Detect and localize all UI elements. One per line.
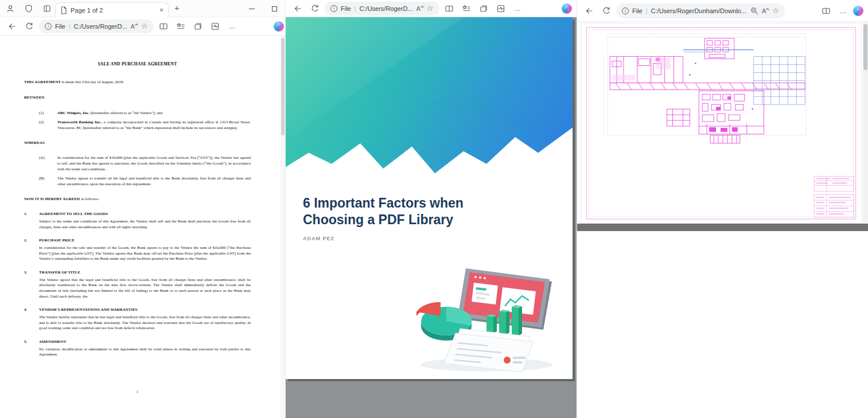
tab-title: Page 1 of 2: [71, 7, 156, 14]
split-screen-icon[interactable]: [442, 1, 457, 16]
copilot-icon[interactable]: [562, 3, 572, 14]
profile-icon[interactable]: [6, 4, 15, 13]
split-screen-icon[interactable]: [156, 19, 171, 34]
scrollbar[interactable]: [863, 22, 868, 224]
parties-list: (1) ABC Widgets, Inc. (hereinafter refer…: [24, 111, 251, 131]
address-scheme: File: [55, 23, 65, 30]
party-item: (2) Transworld Banking Inc., a company i…: [39, 120, 251, 131]
document-title: SALE AND PURCHASE AGREEMENT: [24, 61, 251, 67]
section-4: 4. VENDOR’S REPRESENTATIONS AND WARRANTI…: [24, 307, 251, 331]
minimize-button[interactable]: [249, 9, 255, 9]
section-5: 5. AMENDMENT No variation, modification …: [24, 339, 251, 358]
info-icon[interactable]: i: [330, 5, 337, 12]
pdf-viewer-left: SALE AND PURCHASE AGREEMENT THIS AGREEME…: [0, 36, 285, 418]
close-tab-icon[interactable]: ×: [159, 7, 164, 14]
address-bar[interactable]: i File | C:/Users/RogerD... A ☆: [325, 2, 439, 15]
address-bar[interactable]: i File | C:/Users/RogerDunham/Downlo... …: [616, 3, 785, 18]
cad-drawing-page: [581, 23, 862, 224]
back-button[interactable]: [290, 1, 305, 16]
address-path[interactable]: C:/Users/RogerD...: [360, 5, 413, 12]
more-button[interactable]: …: [836, 3, 851, 18]
refresh-button[interactable]: [308, 1, 322, 16]
copilot-icon[interactable]: [274, 21, 284, 32]
address-divider: |: [646, 7, 648, 14]
whereas-label: WHEREAS: [24, 140, 251, 146]
refresh-button[interactable]: [599, 3, 614, 18]
agreement-page: SALE AND PURCHASE AGREEMENT THIS AGREEME…: [0, 36, 285, 394]
read-aloud-icon[interactable]: A: [131, 23, 138, 30]
more-button[interactable]: …: [511, 1, 526, 16]
address-divider: |: [69, 23, 71, 30]
favorite-star-icon[interactable]: ☆: [772, 7, 779, 14]
recital-item: (B) The Vendor agrees to transfer all hi…: [39, 176, 251, 187]
scrollbar-thumb[interactable]: [281, 38, 285, 135]
info-icon[interactable]: i: [45, 23, 52, 30]
section-2: 2. PURCHASE PRICE In consideration for t…: [24, 238, 251, 262]
cad-floor-plan: [581, 24, 861, 223]
agreed-paragraph: NOW IT IS HEREBY AGREED as follows:-: [24, 197, 251, 202]
pdf-cover-page: 6 Important Factors when Choosing a PDF …: [286, 17, 573, 379]
right-navbar: i File | C:/Users/RogerDunham/Downlo... …: [577, 0, 868, 22]
tracking-prevention-icon[interactable]: [24, 4, 33, 13]
intro-paragraph: THIS AGREEMENT is made this 23rd day of …: [24, 80, 251, 85]
cover-author: ADAM PEZ: [303, 236, 334, 241]
page-number: 1: [24, 389, 251, 395]
favorite-star-icon[interactable]: ☆: [141, 22, 148, 30]
favorites-icon[interactable]: [459, 1, 474, 16]
collections-icon[interactable]: [476, 1, 491, 16]
viewer-background-strip: [577, 224, 868, 231]
cover-hero-graphic: [286, 17, 573, 175]
vertical-tabs-icon[interactable]: [42, 4, 52, 13]
new-tab-button[interactable]: +: [174, 3, 180, 13]
section-1: 1. AGREEMENT TO SELL THE GOODS Subject t…: [24, 212, 251, 230]
maximize-button[interactable]: [272, 6, 277, 11]
address-scheme: File: [341, 5, 351, 12]
scrollbar-thumb[interactable]: [863, 24, 867, 70]
address-path[interactable]: C:/Users/RogerDunham/Downlo...: [651, 7, 746, 14]
read-aloud-icon[interactable]: A: [762, 7, 769, 14]
middle-navbar: i File | C:/Users/RogerD... A ☆ …: [286, 0, 577, 17]
back-button[interactable]: [582, 3, 597, 18]
zoom-icon[interactable]: [750, 6, 758, 15]
recitals-list: (A) In consideration for the sum of $10,…: [24, 155, 251, 187]
browser-essentials-icon[interactable]: [493, 1, 508, 16]
address-divider: |: [355, 5, 356, 12]
info-icon[interactable]: i: [622, 7, 629, 14]
left-browser-window: Page 1 of 2 × + i File | C:/Users/RogerD…: [0, 0, 285, 418]
section-3: 3. TRANSFER OF TITLE The Vendor agrees t…: [24, 270, 251, 299]
party-item: (1) ABC Widgets, Inc. (hereinafter refer…: [39, 111, 251, 116]
back-button[interactable]: [5, 19, 20, 34]
dashboard-illustration: [400, 247, 561, 376]
address-path[interactable]: C:/Users/RogerD...: [74, 23, 127, 30]
favorites-icon[interactable]: [173, 19, 188, 34]
more-button[interactable]: …: [225, 19, 240, 34]
address-bar[interactable]: i File | C:/Users/RogerD... A ☆: [39, 19, 154, 33]
document-favicon: [60, 6, 67, 14]
collections-icon[interactable]: [190, 19, 205, 34]
recital-item: (A) In consideration for the sum of $10,…: [39, 155, 251, 172]
cover-title: 6 Important Factors when Choosing a PDF …: [303, 195, 464, 228]
between-label: BETWEEN: [24, 95, 251, 101]
copilot-icon[interactable]: [853, 6, 863, 16]
tab-strip: Page 1 of 2 × +: [0, 0, 285, 17]
scrollbar[interactable]: [281, 36, 285, 418]
split-screen-icon[interactable]: [819, 3, 834, 18]
favorite-star-icon[interactable]: ☆: [427, 5, 434, 12]
read-aloud-icon[interactable]: A: [417, 5, 423, 12]
browser-tab[interactable]: Page 1 of 2 ×: [55, 2, 169, 17]
pdf-viewer-right: [577, 22, 868, 231]
browser-essentials-icon[interactable]: [208, 19, 223, 34]
right-browser-window: i File | C:/Users/RogerDunham/Downlo... …: [577, 0, 868, 231]
left-navbar: i File | C:/Users/RogerD... A ☆ …: [0, 17, 285, 36]
middle-browser-window: i File | C:/Users/RogerD... A ☆ …: [285, 0, 577, 418]
pdf-viewer-middle: 6 Important Factors when Choosing a PDF …: [286, 17, 577, 418]
address-scheme: File: [632, 7, 643, 14]
refresh-button[interactable]: [22, 19, 37, 34]
